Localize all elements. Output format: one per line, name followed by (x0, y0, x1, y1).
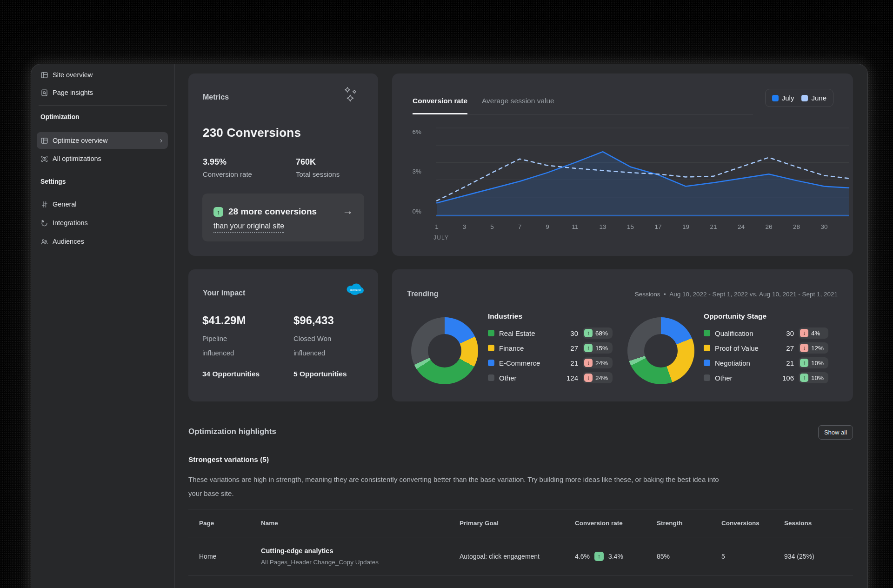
sidebar-item-site-overview[interactable]: Site overview (37, 67, 168, 83)
legend-row-label: Negotiation (715, 359, 778, 367)
up-arrow-icon: ↑ (584, 329, 593, 337)
legend-row-value: 30 (778, 329, 794, 337)
x-axis-tick: 28 (793, 223, 800, 230)
x-axis-tick: 24 (738, 223, 745, 230)
more-conversions-callout[interactable]: ↑ 28 more conversions than your original… (202, 194, 364, 241)
column-header-conversion-rate: Conversion rate (575, 520, 657, 527)
sidebar-item-optimize-overview[interactable]: Optimize overview› (37, 132, 168, 149)
legend-swatch (488, 374, 494, 381)
x-axis-tick: 1 (435, 223, 439, 230)
metric-stat: 760KTotal sessions (296, 157, 340, 178)
impact-card: Your impact salesforce $41.29MPipelinein… (188, 269, 378, 401)
sidebar-item-label: Integrations (53, 219, 88, 227)
trend-badge: ↑10% (799, 357, 828, 368)
callout-line1: 28 more conversions (228, 207, 317, 217)
impact-label: Closed Woninfluenced (293, 331, 347, 360)
legend-swatch (488, 345, 494, 351)
donut-chart-opportunity-stage (627, 317, 694, 384)
legend-swatch (704, 330, 710, 336)
impact-stat: $41.29MPipelineinfluenced34 Opportunitie… (202, 314, 260, 378)
column-header-primary-goal: Primary Goal (460, 520, 575, 527)
cell-page: Home (199, 553, 261, 560)
x-axis-tick: 13 (599, 223, 606, 230)
trend-badge: ↑15% (583, 342, 613, 354)
legend-row-finance: Finance27↑15% (488, 341, 613, 355)
donut-legend: Opportunity StageQualification30↓4%Proof… (704, 312, 828, 385)
app-window: Site overviewPage insightsOptimizationOp… (31, 64, 868, 588)
svg-text:salesforce: salesforce (350, 288, 361, 291)
impact-opportunities: 34 Opportunities (202, 370, 260, 378)
sidebar-item-label: General (53, 200, 77, 208)
sidebar-item-integrations[interactable]: Integrations (37, 215, 168, 231)
x-axis-tick: 7 (518, 223, 522, 230)
impact-opportunities: 5 Opportunities (293, 370, 347, 378)
sidebar-item-audiences[interactable]: Audiences (37, 234, 168, 249)
x-axis-tick: 19 (682, 223, 689, 230)
table-row-clipped[interactable] (188, 575, 853, 588)
up-arrow-icon: ↑ (584, 344, 593, 352)
legend-row-label: Other (499, 374, 562, 382)
cell-name: Cutting-edge analyticsAll Pages_Header C… (261, 546, 460, 567)
variations-table: PageNamePrimary GoalConversion rateStren… (188, 509, 853, 588)
sidebar-item-label: Optimize overview (53, 137, 107, 144)
legend-swatch (704, 360, 710, 366)
up-arrow-icon: ↑ (800, 374, 808, 382)
sidebar-item-general[interactable]: General (37, 196, 168, 212)
metric-stat: 3.95%Conversion rate (203, 157, 252, 178)
donut-legend-title: Industries (488, 312, 613, 321)
up-arrow-icon: ↑ (594, 552, 604, 561)
trending-date-range: Sessions • Aug 10, 2022 - Sept 1, 2022 v… (635, 291, 838, 298)
metric-label: Conversion rate (203, 170, 252, 178)
target-icon (40, 155, 48, 163)
up-arrow-icon: ↑ (213, 207, 223, 217)
impact-stat: $96,433Closed Woninfluenced5 Opportuniti… (293, 314, 347, 378)
legend-row-real-estate: Real Estate30↑68% (488, 326, 613, 341)
sidebar-item-label: Page insights (53, 89, 93, 96)
sidebar-divider (39, 105, 167, 106)
table-row[interactable]: HomeCutting-edge analyticsAll Pages_Head… (188, 537, 853, 575)
legend-row-value: 27 (562, 344, 578, 352)
x-axis-tick: 11 (572, 223, 578, 230)
trend-badge: ↑68% (583, 327, 613, 339)
legend-row-label: Other (715, 374, 778, 382)
up-arrow-icon: ↑ (800, 359, 808, 367)
legend-row-value: 30 (562, 329, 578, 337)
column-header-page: Page (199, 520, 261, 527)
legend-row-value: 106 (778, 374, 794, 382)
trend-badge: ↑10% (799, 372, 828, 383)
legend-row-other: Other124↓24% (488, 370, 613, 385)
impact-card-title: Your impact (203, 289, 245, 297)
sidebar-section-settings: Settings (40, 178, 66, 185)
sidebar-item-all-optimizations[interactable]: All optimizations (37, 151, 168, 167)
x-axis-tick: 30 (820, 223, 827, 230)
trending-card: Trending Sessions • Aug 10, 2022 - Sept … (392, 269, 853, 401)
callout-line2: than your original site (213, 222, 284, 233)
sparkles-icon (343, 86, 361, 106)
cell-conversion-rate: 4.6%↑3.4% (575, 552, 657, 561)
legend-row-negotiation: Negotiation21↑10% (704, 355, 828, 370)
x-axis-tick: 26 (765, 223, 772, 230)
y-axis-tick: 6% (403, 128, 421, 135)
x-axis-month-label: JULY (433, 234, 449, 241)
conversions-headline: 230 Conversions (203, 126, 301, 140)
legend-row-label: Qualification (715, 329, 778, 337)
legend-swatch (488, 330, 494, 336)
legend-row-other: Other106↑10% (704, 370, 828, 385)
sync-icon (40, 219, 48, 227)
sidebar-item-label: Audiences (53, 238, 84, 245)
pagesearch-icon (40, 89, 48, 97)
trend-badge: ↓12% (799, 342, 828, 354)
legend-row-e-commerce: E-Commerce21↓24% (488, 355, 613, 370)
x-axis-tick: 3 (463, 223, 466, 230)
trend-badge-percent: 4% (811, 330, 820, 337)
legend-row-value: 21 (778, 359, 794, 367)
sidebar-section-optimization: Optimization (40, 114, 80, 120)
impact-value: $41.29M (202, 314, 260, 327)
show-all-button[interactable]: Show all (818, 425, 853, 440)
salesforce-logo-icon: salesforce (345, 282, 365, 296)
legend-row-label: Proof of Value (715, 344, 778, 352)
right-arrow-icon: → (342, 205, 353, 217)
metric-value: 3.95% (203, 157, 252, 167)
donut-chart-industries (411, 317, 478, 384)
sidebar-item-page-insights[interactable]: Page insights (37, 85, 168, 100)
